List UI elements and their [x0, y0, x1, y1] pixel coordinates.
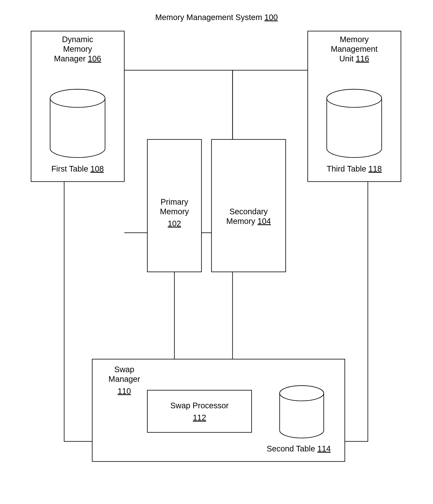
second-table-cylinder-icon: [280, 386, 324, 438]
secondary-memory-box: [211, 139, 286, 272]
second-table-label: Second Table 114: [267, 444, 331, 453]
third-table-cylinder-icon: [327, 89, 382, 158]
swap-processor-ref: 112: [193, 413, 206, 422]
memory-management-system-diagram: Memory Management System 100 Dynamic Mem…: [0, 0, 433, 504]
secondary-memory-label-2: Memory 104: [226, 217, 271, 225]
dmm-label-2: Memory: [63, 45, 92, 53]
mmu-label-2: Management: [331, 45, 377, 53]
mmu-label-3: Unit 116: [339, 54, 369, 63]
swap-manager-label-1: Swap: [114, 365, 134, 374]
diagram-title: Memory Management System 100: [155, 13, 278, 22]
svg-point-1: [327, 89, 382, 107]
swap-processor-box: [147, 390, 251, 432]
third-table-label: Third Table 118: [327, 164, 382, 173]
first-table-label: First Table 108: [51, 164, 104, 173]
swap-manager-ref: 110: [118, 387, 131, 396]
mmu-label-1: Memory: [340, 35, 369, 44]
dmm-label-3: Manager 106: [54, 54, 101, 63]
svg-point-0: [50, 89, 105, 107]
secondary-memory-label-1: Secondary: [229, 207, 268, 216]
svg-point-2: [280, 386, 324, 401]
swap-processor-label: Swap Processor: [170, 401, 228, 410]
swap-manager-label-2: Manager: [108, 375, 140, 383]
primary-memory-label-1: Primary: [161, 198, 188, 206]
first-table-cylinder-icon: [50, 89, 105, 158]
dmm-label-1: Dynamic: [62, 35, 93, 44]
primary-memory-ref: 102: [168, 219, 181, 228]
primary-memory-label-2: Memory: [160, 207, 189, 216]
